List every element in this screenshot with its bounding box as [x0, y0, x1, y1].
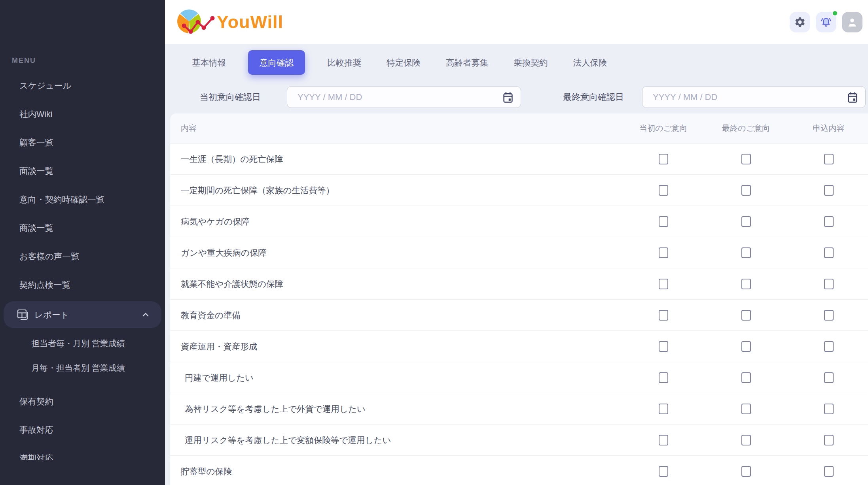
report-icon	[17, 309, 28, 321]
checkbox-initial-intent[interactable]	[659, 216, 668, 227]
initial-intent-date-input[interactable]	[287, 92, 521, 102]
checkbox-initial-intent[interactable]	[659, 154, 668, 164]
checkbox-initial-intent[interactable]	[659, 435, 668, 445]
checkbox-initial-intent[interactable]	[659, 185, 668, 196]
sidebar-item-wiki[interactable]: 社内Wiki	[0, 100, 165, 128]
row-label: 病気やケガの保障	[170, 216, 622, 227]
table-row: 円建で運用したい	[170, 362, 868, 393]
checkbox-application[interactable]	[824, 154, 834, 164]
tab-specific-insurance[interactable]: 特定保険	[387, 57, 421, 68]
row-label: 就業不能や介護状態の保障	[170, 278, 622, 290]
checkbox-application[interactable]	[824, 279, 834, 289]
column-header-content: 内容	[170, 123, 622, 134]
sidebar-scroll-area[interactable]: MENU スケジュール 社内Wiki 顧客一覧 面談一覧 意向・契約時確認一覧 …	[0, 0, 165, 460]
checkbox-application[interactable]	[824, 341, 834, 352]
final-intent-date-label: 最終意向確認日	[563, 91, 624, 103]
sidebar-item-held-contracts[interactable]: 保有契約	[0, 387, 165, 415]
sidebar-item-schedule[interactable]: スケジュール	[0, 71, 165, 100]
report-submenu: 担当者毎・月別 営業成績 月毎・担当者別 営業成績	[0, 331, 165, 380]
app-logo[interactable]: YouWill	[174, 6, 283, 38]
checkbox-initial-intent[interactable]	[659, 247, 668, 258]
checkbox-final-intent[interactable]	[741, 310, 751, 321]
checkbox-application[interactable]	[824, 372, 834, 383]
sidebar-item-negotiations[interactable]: 商談一覧	[0, 213, 165, 242]
table-row: 運用リスク等を考慮した上で変額保険等で運用したい	[170, 425, 868, 456]
final-intent-date-input[interactable]	[642, 92, 865, 102]
tab-bar: 基本情報 意向確認 比較推奨 特定保険 高齢者募集 乗換契約 法人保険	[192, 50, 868, 75]
checkbox-initial-intent[interactable]	[659, 279, 668, 289]
chevron-up-icon	[141, 310, 150, 319]
date-filter-row: 当初意向確認日 最終意向確認日	[165, 86, 868, 108]
checkbox-final-intent[interactable]	[741, 154, 751, 164]
settings-button[interactable]	[790, 12, 810, 32]
gear-icon	[794, 16, 806, 28]
calendar-icon[interactable]	[502, 92, 514, 104]
tab-comparison-recommendation[interactable]: 比較推奨	[327, 57, 361, 68]
sidebar-item-customers[interactable]: 顧客一覧	[0, 128, 165, 157]
column-header-initial-intent: 当初のご意向	[622, 123, 705, 134]
initial-intent-date-field	[287, 86, 521, 108]
tab-senior-recruitment[interactable]: 高齢者募集	[446, 57, 489, 68]
checkbox-initial-intent[interactable]	[659, 404, 668, 414]
row-label: 一生涯（長期）の死亡保障	[170, 153, 622, 165]
notification-unread-dot	[832, 10, 838, 16]
menu-section-label: MENU	[12, 57, 165, 65]
column-header-application: 申込内容	[787, 123, 868, 134]
row-label: 教育資金の準備	[170, 309, 622, 321]
table-row: 教育資金の準備	[170, 300, 868, 331]
user-avatar-button[interactable]	[842, 12, 862, 32]
row-label: ガンや重大疾病の保障	[170, 247, 622, 259]
table-row: 病気やケガの保障	[170, 206, 868, 237]
checkbox-application[interactable]	[824, 310, 834, 321]
sidebar-item-report-label: レポート	[34, 309, 141, 321]
sidebar-item-accident-response[interactable]: 事故対応	[0, 415, 165, 444]
checkbox-initial-intent[interactable]	[659, 372, 668, 383]
checkbox-final-intent[interactable]	[741, 404, 751, 414]
sidebar-item-maturity-response[interactable]: 満期対応	[0, 444, 165, 460]
checkbox-application[interactable]	[824, 247, 834, 258]
checkbox-initial-intent[interactable]	[659, 466, 668, 477]
tab-switch-contract[interactable]: 乗換契約	[514, 57, 548, 68]
checkbox-application[interactable]	[824, 435, 834, 445]
calendar-icon[interactable]	[847, 92, 858, 104]
table-row: 為替リスク等を考慮した上で外貨で運用したい	[170, 393, 868, 425]
sidebar-item-contract-inspection[interactable]: 契約点検一覧	[0, 270, 165, 299]
tab-intent-confirmation[interactable]: 意向確認	[248, 50, 305, 75]
tab-corporate-insurance[interactable]: 法人保険	[573, 57, 607, 68]
sidebar-item-customer-voice[interactable]: お客様の声一覧	[0, 242, 165, 270]
checkbox-final-intent[interactable]	[741, 185, 751, 196]
topbar: YouWill	[165, 0, 868, 44]
row-label: 資産運用・資産形成	[170, 341, 622, 352]
checkbox-application[interactable]	[824, 185, 834, 196]
sidebar-subitem-sales-by-month-rep[interactable]: 月毎・担当者別 営業成績	[0, 356, 165, 380]
checkbox-final-intent[interactable]	[741, 216, 751, 227]
row-label: 貯蓄型の保険	[170, 466, 622, 477]
checkbox-final-intent[interactable]	[741, 435, 751, 445]
tab-basic-info[interactable]: 基本情報	[192, 57, 226, 68]
sidebar-subitem-sales-by-rep-month[interactable]: 担当者毎・月別 営業成績	[0, 331, 165, 356]
checkbox-final-intent[interactable]	[741, 279, 751, 289]
person-icon	[845, 15, 859, 29]
app-name: YouWill	[217, 12, 283, 32]
sidebar-nav-bottom: 保有契約 事故対応 満期対応	[0, 387, 165, 460]
row-label: 一定期間の死亡保障（家族の生活費等）	[170, 185, 622, 196]
sidebar-item-report[interactable]: レポート	[4, 301, 161, 328]
column-header-final-intent: 最終のご意向	[705, 123, 787, 134]
row-label: 運用リスク等を考慮した上で変額保険等で運用したい	[170, 434, 622, 446]
checkbox-final-intent[interactable]	[741, 341, 751, 352]
sidebar-item-intent-confirmations[interactable]: 意向・契約時確認一覧	[0, 185, 165, 213]
table-row: ガンや重大疾病の保障	[170, 237, 868, 268]
sidebar: MENU スケジュール 社内Wiki 顧客一覧 面談一覧 意向・契約時確認一覧 …	[0, 0, 165, 485]
checkbox-final-intent[interactable]	[741, 247, 751, 258]
table-row: 貯蓄型の保険	[170, 456, 868, 485]
checkbox-application[interactable]	[824, 216, 834, 227]
checkbox-initial-intent[interactable]	[659, 310, 668, 321]
checkbox-final-intent[interactable]	[741, 372, 751, 383]
notifications-button[interactable]	[816, 12, 836, 32]
checkbox-application[interactable]	[824, 404, 834, 414]
checkbox-application[interactable]	[824, 466, 834, 477]
checkbox-final-intent[interactable]	[741, 466, 751, 477]
table-row: 就業不能や介護状態の保障	[170, 268, 868, 300]
checkbox-initial-intent[interactable]	[659, 341, 668, 352]
sidebar-item-interviews[interactable]: 面談一覧	[0, 157, 165, 185]
